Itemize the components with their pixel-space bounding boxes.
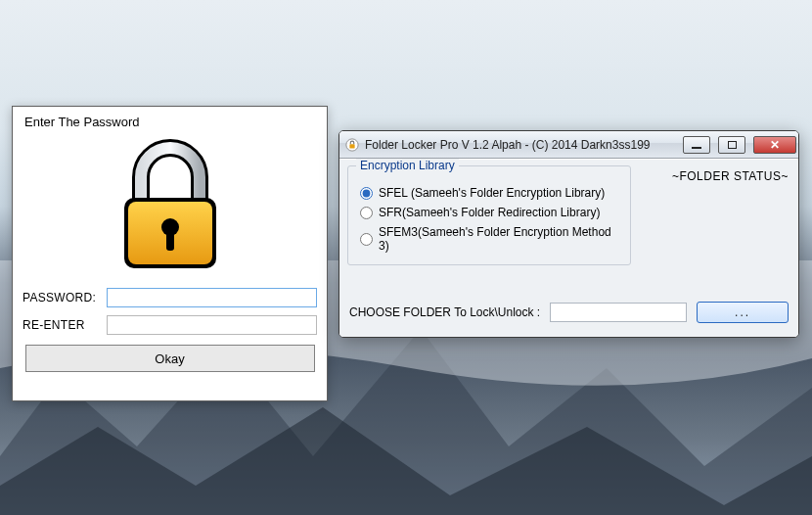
option-sfel[interactable]: SFEL (Sameeh's Folder Encryption Library… — [360, 186, 620, 200]
option-sfr[interactable]: SFR(Sameeh's Folder Redirection Library) — [360, 206, 620, 219]
reenter-row: RE-ENTER — [23, 315, 317, 335]
folder-path-input[interactable] — [550, 303, 687, 322]
folder-status-label: ~FOLDER STATUS~ — [672, 169, 789, 183]
main-window: Folder Locker Pro V 1.2 Alpah - (C) 2014… — [338, 130, 799, 338]
reenter-label: RE-ENTER — [23, 318, 107, 332]
svg-rect-5 — [349, 144, 354, 148]
reenter-input[interactable] — [107, 315, 317, 335]
option-sfem3[interactable]: SFEM3(Sameeh's Folder Encryption Method … — [360, 225, 620, 253]
password-row: PASSWORD: — [23, 288, 317, 307]
option-label: SFEL (Sameeh's Folder Encryption Library… — [379, 186, 605, 200]
app-icon — [345, 138, 359, 152]
lock-icon — [23, 133, 317, 280]
encryption-groupbox: Encryption Library SFEL (Sameeh's Folder… — [347, 165, 631, 265]
okay-button[interactable]: Okay — [25, 345, 315, 372]
radio-sfel[interactable] — [360, 187, 373, 200]
maximize-button[interactable] — [718, 136, 745, 154]
close-icon: ✕ — [770, 139, 780, 151]
window-title: Folder Locker Pro V 1.2 Alpah - (C) 2014… — [365, 138, 675, 152]
choose-folder-label: CHOOSE FOLDER To Lock\Unlock : — [349, 305, 540, 319]
close-button[interactable]: ✕ — [753, 136, 796, 154]
password-label: PASSWORD: — [23, 291, 107, 304]
option-label: SFEM3(Sameeh's Folder Encryption Method … — [379, 225, 620, 253]
password-dialog-title: Enter The Password — [24, 115, 317, 129]
radio-sfem3[interactable] — [360, 233, 373, 246]
svg-rect-3 — [166, 231, 174, 251]
titlebar[interactable]: Folder Locker Pro V 1.2 Alpah - (C) 2014… — [339, 131, 798, 159]
password-dialog: Enter The Password PASSWORD: RE-ENTER — [12, 106, 328, 401]
minimize-button[interactable] — [683, 136, 710, 154]
option-label: SFR(Sameeh's Folder Redirection Library) — [379, 206, 600, 219]
encryption-options: SFEL (Sameeh's Folder Encryption Library… — [348, 166, 630, 264]
client-area: Encryption Library SFEL (Sameeh's Folder… — [339, 159, 798, 337]
groupbox-legend: Encryption Library — [356, 159, 459, 172]
choose-folder-row: CHOOSE FOLDER To Lock\Unlock : ... — [349, 302, 789, 323]
browse-button[interactable]: ... — [697, 302, 789, 323]
radio-sfr[interactable] — [360, 207, 373, 219]
password-input[interactable] — [107, 288, 317, 307]
